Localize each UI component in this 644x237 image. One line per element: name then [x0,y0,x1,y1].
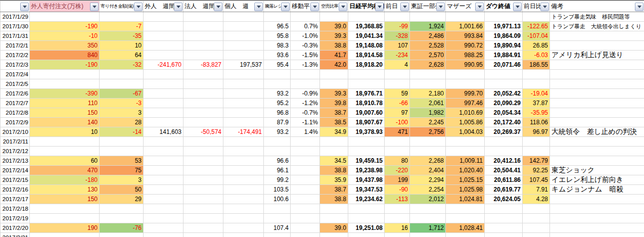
cell-c7[interactable]: -0.9% [291,89,320,99]
cell-c2[interactable]: -3 [100,99,144,108]
note-cell[interactable]: トランプ暴走 大統領令出しまくり [550,22,644,31]
cell-c5[interactable] [223,51,264,60]
cell-c11[interactable]: 2,404 [410,166,446,175]
cell-c11[interactable]: 2,254 [410,185,446,195]
cell-c11[interactable] [410,233,446,237]
cell-c3[interactable]: -241,670 [144,60,183,70]
cell-c1[interactable] [30,204,100,214]
filter-button-tse-first-section-volume[interactable] [436,3,445,11]
cell-c12[interactable] [446,147,485,156]
cell-c10[interactable] [385,233,410,237]
note-cell[interactable] [550,60,644,70]
column-header-individual-weekly[interactable]: 個人 週 [223,1,264,12]
filter-button-mothers-index[interactable] [475,3,484,11]
cell-c1[interactable]: 470 [30,166,100,175]
cell-c9[interactable]: 18,976.71 [348,89,385,99]
date-cell[interactable]: 2017/2/13 [1,156,30,166]
cell-c10[interactable]: 4 [385,60,410,70]
cell-c12[interactable]: 1,010.69 [446,108,485,118]
cell-c12[interactable]: 1,028.41 [446,223,485,233]
cell-c3[interactable] [144,12,183,22]
cell-c6[interactable]: 93.6 [264,51,291,60]
cell-c13[interactable]: 19,890.94 [485,41,523,51]
note-cell[interactable] [550,214,644,223]
cell-c11[interactable] [410,204,446,214]
cell-c6[interactable]: 96.1 [264,166,291,175]
column-header-moving-average[interactable]: 移動平 [291,1,320,12]
cell-c4[interactable] [183,89,223,99]
cell-c3[interactable] [144,79,183,89]
cell-c14[interactable] [523,223,550,233]
cell-c1[interactable]: -190 [30,60,100,70]
cell-c9[interactable]: 18,910.78 [348,99,385,108]
cell-c5[interactable] [223,156,264,166]
cell-c12[interactable]: 1,004.03 [446,127,485,137]
cell-c4[interactable] [183,12,223,22]
cell-c10[interactable] [385,12,410,22]
cell-c7[interactable] [291,175,320,185]
cell-c13[interactable] [485,12,523,22]
cell-c2[interactable] [100,204,144,214]
cell-c2[interactable] [100,214,144,223]
cell-c4[interactable]: -83,827 [183,60,223,70]
cell-c11[interactable]: 2,486 [410,31,446,41]
cell-c14[interactable]: 118.06 [523,118,550,127]
cell-c14[interactable]: 142.79 [523,156,550,166]
cell-c1[interactable] [30,12,100,22]
filter-button-opening-amount[interactable] [134,3,143,11]
cell-c9[interactable]: 19,459.15 [348,156,385,166]
column-header-nikkei-change[interactable]: 前日 [385,1,410,12]
cell-c12[interactable]: 990.95 [446,60,485,70]
cell-c10[interactable]: 199 [385,175,410,185]
cell-c1[interactable]: -390 [30,89,100,99]
cell-c13[interactable]: 20,624.05 [485,195,523,204]
cell-c10[interactable] [385,214,410,223]
note-cell[interactable] [550,195,644,204]
filter-button-moving-average[interactable] [310,3,319,11]
cell-c3[interactable] [144,51,183,60]
note-cell[interactable] [550,118,644,127]
column-header-foreign-weekly[interactable]: 外人 週間差 [144,1,183,12]
cell-c7[interactable] [291,166,320,175]
date-cell[interactable]: 2017/2/17 [1,195,30,204]
note-cell[interactable] [550,204,644,214]
cell-c1[interactable]: -10 [30,31,100,41]
cell-c6[interactable]: 95.2 [264,99,291,108]
cell-c11[interactable] [410,79,446,89]
cell-c7[interactable] [291,185,320,195]
cell-c11[interactable]: 1,712 [410,223,446,233]
cell-c10[interactable]: 97 [385,108,410,118]
cell-c2[interactable] [100,137,144,147]
cell-c9[interactable] [348,12,385,22]
cell-c7[interactable] [291,214,320,223]
cell-c6[interactable] [264,79,291,89]
cell-c4[interactable] [183,118,223,127]
cell-c2[interactable] [100,79,144,89]
cell-c9[interactable]: 18,914.58 [348,51,385,60]
cell-c8[interactable]: 39.3 [320,31,348,41]
filter-button-nikkei-change[interactable] [400,3,409,11]
filter-button-corporate-weekly[interactable] [214,3,222,11]
cell-c10[interactable] [385,204,410,214]
cell-c8[interactable]: 42.0 [320,60,348,70]
note-cell[interactable] [550,99,644,108]
cell-c5[interactable] [223,166,264,175]
cell-c3[interactable] [144,214,183,223]
cell-c1[interactable]: 140 [30,118,100,127]
cell-c13[interactable]: 20,071.46 [485,60,523,70]
cell-c12[interactable]: 1,020.40 [446,166,485,175]
cell-c5[interactable] [223,214,264,223]
cell-c1[interactable]: 130 [30,185,100,195]
cell-c8[interactable] [320,214,348,223]
cell-c3[interactable] [144,22,183,31]
cell-c3[interactable] [144,147,183,156]
cell-c9[interactable]: 19,437.98 [348,175,385,185]
cell-c2[interactable]: 28 [100,118,144,127]
cell-c12[interactable]: 993.84 [446,31,485,41]
date-cell[interactable]: 2017/2/3 [1,60,30,70]
cell-c11[interactable]: 2,528 [410,41,446,51]
cell-c11[interactable]: 1,924 [410,22,446,31]
cell-c8[interactable]: 38.8 [320,166,348,175]
cell-c9[interactable]: 19,234.62 [348,195,385,204]
cell-c11[interactable]: 2,628 [410,60,446,70]
